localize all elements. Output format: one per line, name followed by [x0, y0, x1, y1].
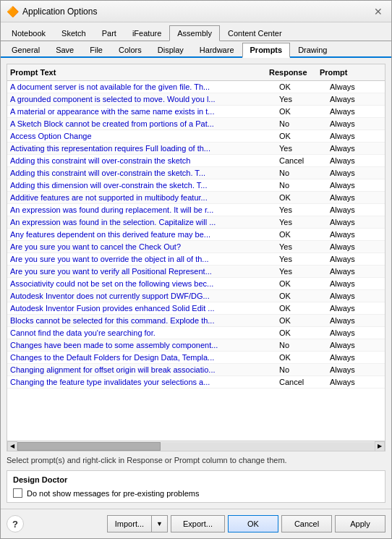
cell-response: OK [276, 352, 327, 363]
table-row[interactable]: Are you sure you want to verify all Posi… [7, 266, 385, 278]
cell-response: Cancel [276, 376, 327, 388]
cell-response: Cancel [276, 155, 327, 166]
cell-prompt-text: Changes have been made to some assembly … [7, 339, 276, 351]
table-row[interactable]: Access Option ChangeOKAlways [7, 130, 385, 143]
tab-display[interactable]: Display [150, 43, 192, 56]
apply-button[interactable]: Apply [335, 515, 385, 532]
table-row[interactable]: Any features dependent on this derived f… [7, 229, 385, 241]
cell-response: Yes [276, 143, 327, 154]
table-row[interactable]: Cannot find the data you're searching fo… [7, 327, 385, 339]
table-row[interactable]: Activating this representation requires … [7, 143, 385, 155]
cell-prompt: Always [327, 81, 385, 93]
cell-response: Yes [276, 204, 327, 216]
cell-prompt: Always [327, 266, 385, 277]
scroll-track[interactable] [17, 442, 375, 451]
cell-prompt-text: Cannot find the data you're searching fo… [7, 327, 276, 339]
cell-prompt-text: Changing alignment for offset origin wil… [7, 364, 276, 375]
cell-prompt-text: Any features dependent on this derived f… [7, 229, 276, 240]
table-row[interactable]: A material or appearance with the same n… [7, 106, 385, 118]
cell-prompt-text: A document server is not available for t… [7, 81, 276, 93]
table-row[interactable]: An expression was found during replaceme… [7, 204, 385, 216]
cell-prompt-text: Access Option Change [7, 130, 276, 142]
export-button[interactable]: Export... [171, 515, 225, 532]
cell-prompt: Always [327, 315, 385, 326]
table-row[interactable]: Are you sure you want to cancel the Chec… [7, 241, 385, 253]
cell-response: OK [276, 327, 327, 339]
scroll-left-arrow[interactable]: ◀ [7, 441, 17, 451]
cell-prompt-text: Blocks cannot be selected for this comma… [7, 315, 276, 326]
cell-response: OK [276, 302, 327, 314]
table-row[interactable]: An expression was found in the selection… [7, 216, 385, 229]
tab-file[interactable]: File [82, 43, 111, 56]
app-icon: 🔶 [7, 6, 18, 17]
table-row[interactable]: Additive features are not supported in m… [7, 192, 385, 204]
tab-assembly[interactable]: Assembly [169, 25, 220, 41]
table-row[interactable]: Adding this dimension will over-constrai… [7, 179, 385, 192]
tab-sketch[interactable]: Sketch [54, 25, 94, 41]
close-button[interactable]: ✕ [371, 4, 385, 19]
scroll-thumb[interactable] [17, 442, 161, 451]
tab-part[interactable]: Part [94, 25, 124, 41]
table-header: Prompt Text Response Prompt [7, 64, 385, 81]
title-bar: 🔶 Application Options ✕ [1, 1, 391, 22]
cell-prompt: Always [327, 327, 385, 339]
horizontal-scrollbar[interactable]: ◀ ▶ [7, 441, 385, 451]
prompts-table-container: Prompt Text Response Prompt A document s… [7, 64, 385, 451]
import-dropdown-arrow[interactable]: ▼ [151, 515, 168, 532]
tab-hardware[interactable]: Hardware [192, 43, 242, 56]
cell-prompt: Always [327, 106, 385, 117]
import-button[interactable]: Import... [107, 515, 151, 532]
tabs-row-2: General Save File Colors Display Hardwar… [1, 41, 391, 58]
table-row[interactable]: Adding this constraint will over-constra… [7, 155, 385, 167]
cell-prompt-text: Are you sure you want to cancel the Chec… [7, 241, 276, 252]
table-row[interactable]: Changes have been made to some assembly … [7, 339, 385, 352]
table-row[interactable]: A Sketch Block cannot be created from po… [7, 118, 385, 130]
scroll-right-arrow[interactable]: ▶ [375, 441, 385, 451]
table-row[interactable]: Autodesk Inventor Fusion provides enhanc… [7, 302, 385, 315]
table-row[interactable]: Changes to the Default Folders for Desig… [7, 352, 385, 364]
table-row[interactable]: Blocks cannot be selected for this comma… [7, 315, 385, 327]
table-row[interactable]: Associativity could not be set on the fo… [7, 278, 385, 290]
cell-response: OK [276, 106, 327, 117]
col-header-response: Response [266, 67, 317, 78]
hint-text: Select prompt(s) and right-click in Resp… [7, 456, 385, 464]
tab-ifeature[interactable]: iFeature [124, 25, 169, 41]
cell-prompt: Always [327, 241, 385, 252]
table-row[interactable]: Are you sure you want to override the ob… [7, 253, 385, 266]
tab-colors[interactable]: Colors [111, 43, 150, 56]
table-row[interactable]: Adding this constraint will over-constra… [7, 167, 385, 179]
cell-prompt-text: An expression was found during replaceme… [7, 204, 276, 216]
cancel-button[interactable]: Cancel [281, 515, 332, 532]
cell-prompt-text: Adding this constraint will over-constra… [7, 155, 276, 166]
cell-response: No [276, 179, 327, 191]
help-button[interactable]: ? [7, 515, 24, 532]
design-doctor-checkbox[interactable] [13, 488, 22, 498]
tab-content-center[interactable]: Content Center [220, 25, 290, 41]
ok-button[interactable]: OK [228, 515, 278, 532]
cell-response: OK [276, 278, 327, 289]
tab-general[interactable]: General [4, 43, 48, 56]
table-row[interactable]: A document server is not available for t… [7, 81, 385, 93]
table-row[interactable]: A grounded component is selected to move… [7, 93, 385, 106]
table-row[interactable]: Changing alignment for offset origin wil… [7, 364, 385, 376]
cell-response: OK [276, 192, 327, 203]
cell-prompt: Always [327, 179, 385, 191]
cell-prompt-text: Are you sure you want to override the ob… [7, 253, 276, 265]
cell-response: Yes [276, 266, 327, 277]
table-body[interactable]: A document server is not available for t… [7, 81, 385, 441]
table-row[interactable]: Autodesk Inventor does not currently sup… [7, 290, 385, 302]
tab-save[interactable]: Save [48, 43, 82, 56]
cell-prompt-text: Activating this representation requires … [7, 143, 276, 154]
cell-prompt-text: A Sketch Block cannot be created from po… [7, 118, 276, 130]
tab-drawing[interactable]: Drawing [290, 43, 335, 56]
cell-prompt: Always [327, 93, 385, 105]
cell-response: No [276, 167, 327, 179]
cell-response: Yes [276, 93, 327, 105]
table-row[interactable]: Changing the feature type invalidates yo… [7, 376, 385, 389]
tab-notebook[interactable]: Notebook [4, 25, 54, 41]
tab-prompts[interactable]: Prompts [242, 43, 291, 58]
cell-prompt: Always [327, 364, 385, 375]
cell-prompt-text: Are you sure you want to verify all Posi… [7, 266, 276, 277]
cell-prompt-text: Autodesk Inventor Fusion provides enhanc… [7, 302, 276, 314]
window-title: Application Options [22, 7, 371, 17]
